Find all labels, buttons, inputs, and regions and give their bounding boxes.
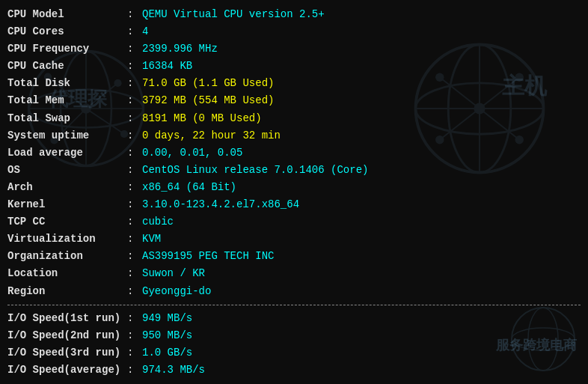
row-value: 0 days, 22 hour 32 min (142, 127, 281, 144)
table-row: I/O Speed(1st run) : 949 MB/s (7, 310, 581, 327)
table-row: Virtualization : KVM (7, 231, 581, 248)
row-value: 950 MB/s (142, 327, 192, 344)
terminal-window: 代理探 主机 服务跨境电商 CPU Model : QEMU Virtual C… (0, 0, 588, 384)
row-value: 4 (142, 23, 148, 40)
row-value: KVM (142, 231, 161, 248)
io-rows: I/O Speed(1st run) : 949 MB/sI/O Speed(2… (7, 310, 581, 379)
row-separator: : (127, 127, 142, 144)
row-label: CPU Model (7, 6, 127, 23)
row-value: Gyeonggi-do (142, 283, 211, 300)
row-separator: : (127, 92, 142, 109)
row-value: cubic (142, 213, 174, 231)
row-label: Total Disk (7, 75, 127, 92)
row-value: QEMU Virtual CPU version 2.5+ (142, 6, 325, 23)
row-label: CPU Frequency (7, 40, 127, 58)
row-label: Region (7, 283, 127, 300)
row-label: Organization (7, 248, 127, 265)
row-label: Total Swap (7, 110, 127, 127)
row-label: CPU Cores (7, 23, 127, 40)
row-separator: : (127, 327, 142, 344)
row-value: 3.10.0-123.4.2.el7.x86_64 (142, 196, 299, 213)
main-rows: CPU Model : QEMU Virtual CPU version 2.5… (7, 6, 581, 300)
row-label: OS (7, 162, 127, 179)
table-row: Kernel : 3.10.0-123.4.2.el7.x86_64 (7, 196, 581, 213)
table-row: Total Disk : 71.0 GB (1.1 GB Used) (7, 75, 581, 92)
row-separator: : (127, 283, 142, 300)
row-label: I/O Speed(1st run) (7, 310, 127, 327)
row-value: 949 MB/s (142, 310, 192, 327)
table-row: CPU Frequency : 2399.996 MHz (7, 40, 581, 58)
row-value: 3792 MB (554 MB Used) (142, 92, 274, 109)
row-separator: : (127, 110, 142, 127)
row-separator: : (127, 6, 142, 23)
row-label: Location (7, 265, 127, 282)
row-separator: : (127, 231, 142, 248)
row-value: Suwon / KR (142, 265, 205, 282)
table-row: CPU Cache : 16384 KB (7, 58, 581, 75)
table-row: CPU Cores : 4 (7, 23, 581, 40)
table-row: I/O Speed(average) : 974.3 MB/s (7, 362, 581, 379)
row-separator: : (127, 248, 142, 265)
divider (7, 305, 581, 305)
row-label: Total Mem (7, 92, 127, 109)
row-separator: : (127, 162, 142, 179)
row-value: 71.0 GB (1.1 GB Used) (142, 75, 274, 92)
table-row: I/O Speed(2nd run) : 950 MB/s (7, 327, 581, 344)
row-value: 0.00, 0.01, 0.05 (142, 144, 242, 162)
row-label: I/O Speed(3rd run) (7, 344, 127, 362)
table-row: Arch : x86_64 (64 Bit) (7, 179, 581, 196)
row-label: TCP CC (7, 213, 127, 231)
row-value: CentOS Linux release 7.0.1406 (Core) (142, 162, 368, 179)
table-row: OS : CentOS Linux release 7.0.1406 (Core… (7, 162, 581, 179)
table-row: Total Mem : 3792 MB (554 MB Used) (7, 92, 581, 109)
row-separator: : (127, 344, 142, 362)
table-row: Total Swap : 8191 MB (0 MB Used) (7, 110, 581, 127)
row-label: Virtualization (7, 231, 127, 248)
row-separator: : (127, 179, 142, 196)
table-row: System uptime : 0 days, 22 hour 32 min (7, 127, 581, 144)
row-value: 974.3 MB/s (142, 362, 205, 379)
row-value: 1.0 GB/s (142, 344, 192, 362)
row-value: x86_64 (64 Bit) (142, 179, 236, 196)
row-separator: : (127, 144, 142, 162)
table-row: Organization : AS399195 PEG TECH INC (7, 248, 581, 265)
row-separator: : (127, 40, 142, 58)
row-label: System uptime (7, 127, 127, 144)
row-value: 2399.996 MHz (142, 40, 218, 58)
row-separator: : (127, 310, 142, 327)
table-row: Load average : 0.00, 0.01, 0.05 (7, 144, 581, 162)
table-row: Region : Gyeonggi-do (7, 283, 581, 300)
row-label: I/O Speed(average) (7, 362, 127, 379)
table-row: I/O Speed(3rd run) : 1.0 GB/s (7, 344, 581, 362)
row-separator: : (127, 23, 142, 40)
row-value: AS399195 PEG TECH INC (142, 248, 274, 265)
row-label: I/O Speed(2nd run) (7, 327, 127, 344)
row-separator: : (127, 196, 142, 213)
row-label: Load average (7, 144, 127, 162)
row-label: Arch (7, 179, 127, 196)
row-separator: : (127, 75, 142, 92)
row-separator: : (127, 362, 142, 379)
row-label: CPU Cache (7, 58, 127, 75)
row-value: 8191 MB (0 MB Used) (142, 110, 262, 127)
row-separator: : (127, 265, 142, 282)
table-row: Location : Suwon / KR (7, 265, 581, 282)
row-label: Kernel (7, 196, 127, 213)
row-value: 16384 KB (142, 58, 192, 75)
info-table: CPU Model : QEMU Virtual CPU version 2.5… (7, 6, 581, 379)
table-row: TCP CC : cubic (7, 213, 581, 231)
row-separator: : (127, 58, 142, 75)
table-row: CPU Model : QEMU Virtual CPU version 2.5… (7, 6, 581, 23)
row-separator: : (127, 213, 142, 231)
